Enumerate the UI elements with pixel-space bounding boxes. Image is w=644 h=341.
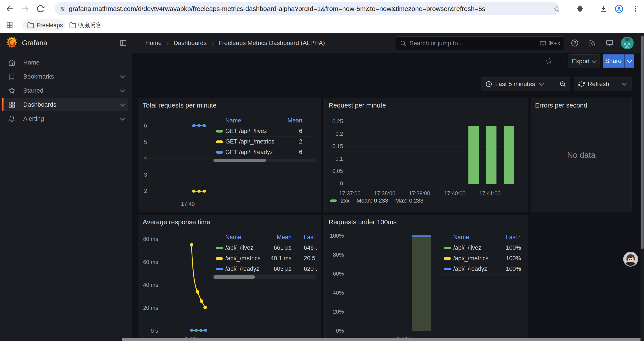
- y-tick-label: 0.25: [325, 118, 343, 125]
- series-swatch: [216, 257, 223, 260]
- legend-mean: Mean: 0.233: [356, 197, 388, 204]
- browser-menu-button[interactable]: [630, 4, 641, 14]
- table-header-col2[interactable]: Mean: [254, 117, 302, 124]
- vertical-scrollbar-thumb[interactable]: [641, 36, 644, 249]
- table-header-col2[interactable]: Last *: [473, 234, 521, 241]
- horizontal-scrollbar-thumb[interactable]: [122, 338, 640, 341]
- share-dropdown-button[interactable]: [624, 55, 634, 68]
- y-tick-label: 5: [139, 139, 147, 145]
- share-button[interactable]: Share: [603, 55, 624, 68]
- series-value: 100%: [473, 255, 521, 262]
- table-scrollbar-thumb[interactable]: [214, 159, 266, 162]
- y-tick-label: 0.2: [325, 131, 343, 137]
- chevron-down-icon: [627, 58, 632, 63]
- sidebar-collapse-button[interactable]: [118, 39, 128, 47]
- zoom-out-time-button[interactable]: [555, 78, 570, 91]
- brand-title: Grafana: [22, 33, 47, 53]
- back-button[interactable]: [4, 4, 15, 14]
- table-row[interactable]: GET /api/_/readyz6: [212, 147, 317, 157]
- keyboard-icon: [540, 40, 546, 47]
- time-range-group: Last 5 minutes: [481, 77, 570, 91]
- table-header-col2[interactable]: Mean: [243, 234, 292, 241]
- gridline-vertical: [385, 122, 385, 184]
- actions-divider: [564, 56, 564, 66]
- table-row[interactable]: /api/_/readyz605 µs620 µs: [212, 264, 317, 274]
- search-input[interactable]: Search or jump to... ⌘+k: [395, 37, 564, 50]
- bar[interactable]: [504, 126, 514, 184]
- table-header-col3[interactable]: Last *: [304, 234, 317, 241]
- forward-icon: [21, 5, 30, 13]
- chevron-down-icon: [592, 58, 597, 63]
- time-range-picker[interactable]: Last 5 minutes: [481, 81, 555, 88]
- home-icon: [8, 59, 15, 66]
- chevron-down-icon[interactable]: [120, 87, 125, 92]
- grafana-logo[interactable]: [5, 36, 18, 49]
- chevron-down-icon[interactable]: [120, 101, 125, 106]
- table-row[interactable]: /api/_/livez100%: [440, 243, 524, 253]
- table-header-name[interactable]: Name: [225, 117, 241, 124]
- browser-toolbar: grafana.mathmast.com/d/deytv4rwavabkb/fr…: [0, 0, 644, 18]
- url-bar[interactable]: grafana.mathmast.com/d/deytv4rwavabkb/fr…: [55, 2, 560, 15]
- refresh-icon: [578, 81, 584, 87]
- chevron-down-icon[interactable]: [120, 115, 125, 121]
- site-info-icon[interactable]: [59, 5, 66, 13]
- help-button[interactable]: [570, 38, 580, 48]
- bookmark-folder[interactable]: [68, 20, 78, 31]
- news-button[interactable]: [587, 38, 597, 48]
- browser-profile-button[interactable]: [614, 4, 624, 14]
- download-button[interactable]: [598, 4, 609, 14]
- sidebar-item-starred[interactable]: Starred: [2, 84, 128, 97]
- display-button[interactable]: [605, 38, 614, 48]
- extensions-button[interactable]: [575, 4, 585, 14]
- sidebar-item-label: Starred: [23, 87, 44, 94]
- data-point: [190, 243, 193, 247]
- refresh-button[interactable]: Refresh: [574, 81, 616, 88]
- breadcrumb-separator-icon: [166, 39, 169, 47]
- bookmark-folder[interactable]: [26, 20, 36, 31]
- user-avatar[interactable]: [621, 37, 634, 50]
- series-value: 661 µs: [243, 244, 292, 251]
- bookmarks-bar: Freeleaps 收藏博客: [0, 18, 644, 33]
- refresh-interval-dropdown[interactable]: [617, 78, 631, 91]
- export-button[interactable]: Export: [568, 55, 600, 68]
- series-swatch: [444, 257, 451, 260]
- table-row[interactable]: /api/_/metrics100%: [440, 253, 524, 263]
- back-icon: [6, 5, 14, 13]
- apps-grid-button[interactable]: [4, 20, 15, 31]
- bookmark-label[interactable]: Freeleaps: [36, 18, 63, 33]
- series-swatch: [216, 140, 223, 143]
- breadcrumb-home[interactable]: Home: [145, 40, 162, 47]
- x-tick-label: 17:40: [178, 201, 198, 207]
- table-scrollbar-thumb[interactable]: [214, 275, 255, 279]
- table-row[interactable]: GET /api/_/livez6: [212, 126, 317, 136]
- table-row[interactable]: /api/_/readyz100%: [440, 264, 524, 274]
- sidebar-item-bookmarks[interactable]: Bookmarks: [2, 70, 128, 83]
- legend-series-name[interactable]: 2xx: [341, 197, 350, 204]
- url-text[interactable]: grafana.mathmast.com/d/deytv4rwavabkb/fr…: [69, 2, 485, 15]
- bar[interactable]: [486, 126, 496, 184]
- chevron-down-icon[interactable]: [120, 73, 125, 78]
- bar[interactable]: [468, 126, 479, 184]
- breadcrumb-dashboards[interactable]: Dashboards: [174, 40, 207, 47]
- y-tick-label: 3: [139, 172, 147, 178]
- data-point: [204, 329, 207, 332]
- table-header-name[interactable]: Name: [225, 234, 241, 241]
- sidebar-item-home[interactable]: Home: [2, 56, 128, 69]
- sidebar-item-alerting[interactable]: Alerting: [2, 112, 128, 125]
- favorite-dashboard-star-icon[interactable]: ☆: [544, 56, 554, 66]
- sidebar-item-dashboards[interactable]: Dashboards: [2, 98, 128, 111]
- forward-button[interactable]: [20, 4, 30, 14]
- search-placeholder: Search or jump to...: [410, 40, 540, 47]
- data-point: [195, 329, 198, 332]
- table-row[interactable]: /api/_/metrics40.1 ms20.5 ms: [212, 253, 317, 263]
- data-point: [203, 190, 206, 193]
- bookmark-star-icon[interactable]: ☆: [552, 5, 562, 13]
- table-header-name[interactable]: Name: [453, 234, 469, 241]
- x-tick-label: 17:39:00: [402, 190, 437, 197]
- grafana-flame-icon: [6, 37, 18, 49]
- table-row[interactable]: GET /api/_/metrics2: [212, 137, 317, 147]
- table-row[interactable]: /api/_/livez661 µs646 µs: [212, 243, 317, 253]
- reload-button[interactable]: [35, 4, 46, 14]
- bookmark-label[interactable]: 收藏博客: [78, 18, 102, 33]
- floating-avatar[interactable]: [623, 251, 638, 267]
